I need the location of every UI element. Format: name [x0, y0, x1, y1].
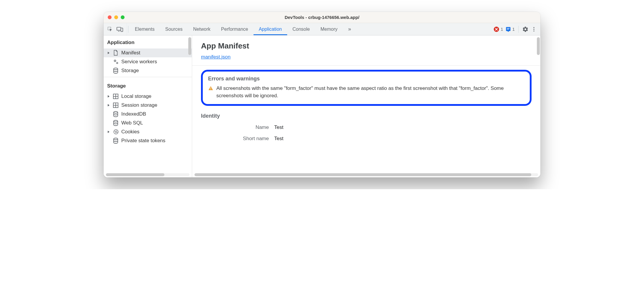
panel-body: Application Manifest — [104, 35, 540, 177]
warning-item: All screenshots with the same "form_fact… — [208, 85, 524, 99]
issue-icon — [506, 27, 511, 32]
sidebar-section-application: Application — [104, 35, 192, 48]
tab-memory[interactable]: Memory — [315, 23, 343, 35]
gears-icon — [113, 59, 119, 65]
sidebar-item-label: Cookies — [121, 129, 139, 135]
issue-count: 1 — [512, 27, 515, 32]
more-options-icon[interactable] — [531, 26, 537, 32]
expand-icon[interactable] — [107, 51, 111, 54]
sidebar-item-label: Session storage — [121, 102, 157, 108]
sidebar-item-label: Private state tokens — [121, 138, 165, 144]
database-icon — [113, 138, 119, 144]
window-title: DevTools - crbug-1476656.web.app/ — [104, 15, 540, 20]
svg-point-19 — [114, 120, 118, 122]
tab-sources[interactable]: Sources — [160, 23, 188, 35]
svg-point-7 — [533, 29, 534, 30]
sidebar-item-session-storage[interactable]: Session storage — [104, 101, 192, 110]
page-title: App Manifest — [201, 41, 532, 51]
expand-icon[interactable] — [107, 104, 111, 107]
svg-point-6 — [533, 27, 534, 28]
svg-rect-27 — [210, 89, 211, 90]
devtools-window: DevTools - crbug-1476656.web.app/ Elemen… — [104, 12, 540, 177]
sidebar-item-label: IndexedDB — [121, 111, 146, 117]
svg-point-10 — [117, 62, 118, 64]
sidebar-item-storage[interactable]: Storage — [104, 66, 192, 75]
svg-point-8 — [533, 30, 534, 31]
identity-name-value: Test — [274, 124, 283, 130]
issue-count-badge[interactable]: 1 — [506, 27, 515, 32]
expand-icon[interactable] — [107, 95, 111, 98]
database-icon — [113, 120, 119, 126]
database-icon — [113, 68, 119, 74]
svg-point-23 — [115, 132, 116, 133]
svg-rect-3 — [121, 28, 123, 31]
tabs-overflow-button[interactable]: » — [343, 23, 356, 35]
sidebar-item-local-storage[interactable]: Local storage — [104, 92, 192, 101]
svg-rect-1 — [117, 27, 121, 30]
tab-application[interactable]: Application — [254, 23, 287, 35]
sidebar-item-cookies[interactable]: Cookies — [104, 127, 192, 136]
sidebar-item-manifest[interactable]: Manifest — [104, 48, 192, 57]
identity-title: Identity — [201, 113, 532, 119]
sidebar-item-service-workers[interactable]: Service workers — [104, 57, 192, 66]
tab-performance[interactable]: Performance — [216, 23, 254, 35]
grid-icon — [113, 102, 119, 108]
svg-point-18 — [114, 111, 118, 113]
error-count: 1 — [501, 27, 503, 32]
sidebar-item-label: Storage — [121, 68, 139, 74]
error-count-badge[interactable]: 1 — [494, 27, 503, 32]
errors-warnings-panel: Errors and warnings All screenshots with… — [201, 70, 532, 106]
errors-warnings-title: Errors and warnings — [208, 76, 524, 82]
svg-point-22 — [116, 131, 117, 132]
sidebar-item-indexeddb[interactable]: IndexedDB — [104, 110, 192, 119]
sidebar-item-label: Service workers — [121, 59, 157, 65]
main-horizontal-scrollbar[interactable] — [194, 173, 538, 176]
sidebar-item-label: Web SQL — [121, 120, 143, 126]
tab-console[interactable]: Console — [287, 23, 315, 35]
main-content: App Manifest manifest.json Errors and wa… — [192, 35, 540, 177]
svg-point-11 — [114, 68, 118, 70]
sidebar-scrollbar[interactable] — [188, 37, 191, 55]
identity-row-short-name: Short name Test — [201, 136, 532, 142]
identity-name-label: Name — [201, 124, 269, 130]
main-scrollbar[interactable] — [537, 37, 540, 55]
device-toggle-icon[interactable] — [117, 26, 123, 32]
tab-network[interactable]: Network — [188, 23, 216, 35]
window-controls — [104, 15, 125, 19]
sidebar-item-private-state-tokens[interactable]: Private state tokens — [104, 136, 192, 145]
titlebar: DevTools - crbug-1476656.web.app/ — [104, 12, 540, 23]
panel-tabs: Elements Sources Network Performance App… — [130, 23, 356, 35]
svg-point-21 — [115, 131, 116, 132]
minimize-window-button[interactable] — [114, 15, 118, 19]
file-icon — [113, 50, 119, 56]
svg-rect-4 — [507, 28, 509, 29]
cookie-icon — [113, 129, 119, 135]
main-toolbar: Elements Sources Network Performance App… — [104, 23, 540, 35]
identity-short-name-label: Short name — [201, 136, 269, 142]
warning-icon — [208, 86, 213, 91]
close-window-button[interactable] — [108, 15, 112, 19]
sidebar-item-label: Manifest — [121, 50, 140, 56]
svg-rect-5 — [507, 29, 509, 30]
warning-text: All screenshots with the same "form_fact… — [216, 85, 524, 99]
svg-point-24 — [117, 132, 117, 133]
identity-short-name-value: Test — [274, 136, 283, 142]
tab-elements[interactable]: Elements — [130, 23, 160, 35]
identity-row-name: Name Test — [201, 124, 532, 130]
sidebar-section-storage: Storage — [104, 79, 192, 92]
grid-icon — [113, 93, 119, 99]
inspect-icon[interactable] — [107, 26, 113, 32]
database-icon — [113, 111, 119, 117]
sidebar-horizontal-scrollbar[interactable] — [106, 173, 189, 176]
svg-point-25 — [114, 138, 118, 140]
error-icon — [494, 27, 499, 32]
settings-icon[interactable] — [522, 26, 529, 33]
sidebar-item-label: Local storage — [121, 93, 151, 99]
sidebar-item-websql[interactable]: Web SQL — [104, 119, 192, 127]
expand-icon[interactable] — [107, 130, 111, 133]
svg-point-20 — [114, 130, 118, 134]
manifest-link[interactable]: manifest.json — [201, 54, 231, 60]
svg-rect-26 — [210, 88, 211, 89]
application-sidebar: Application Manifest — [104, 35, 192, 177]
maximize-window-button[interactable] — [121, 15, 125, 19]
